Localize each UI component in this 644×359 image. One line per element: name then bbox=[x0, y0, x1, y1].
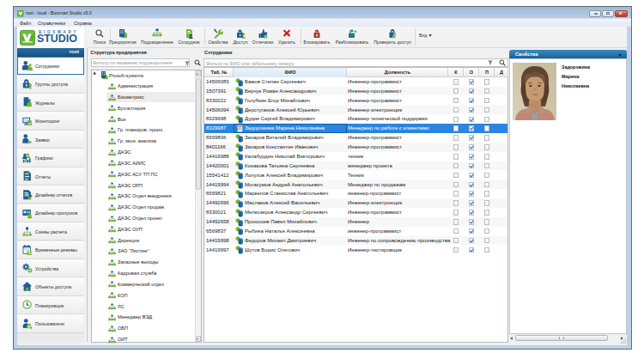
svg-text:5: 5 bbox=[28, 251, 31, 255]
